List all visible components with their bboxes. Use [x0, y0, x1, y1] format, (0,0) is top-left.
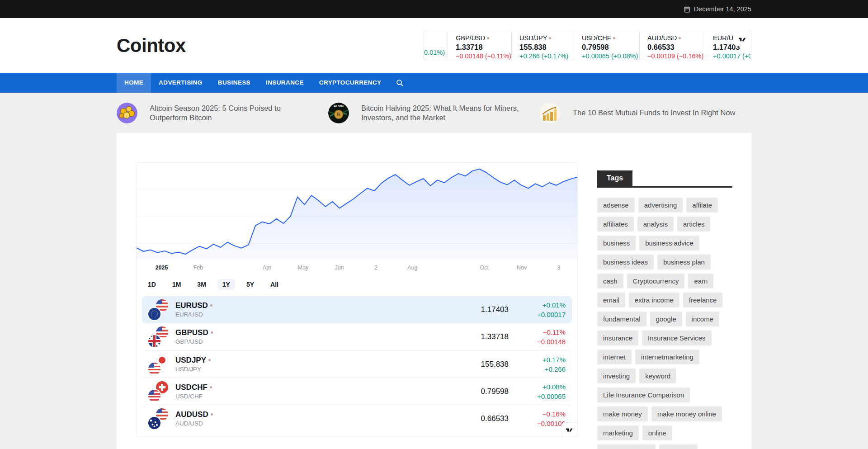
range-button-1d[interactable]: 1D [143, 279, 161, 290]
news-ticker-item[interactable]: Altcoin Season 2025: 5 Coins Poised to O… [117, 103, 328, 123]
main-nav: HOME ADVERTISING BUSINESS INSURANCE CRYP… [0, 73, 868, 93]
tag-pill[interactable]: Life Insurance Comparison [597, 388, 690, 402]
pair-change-pct: +0.01% [509, 300, 566, 310]
ticker-item-usdjpy[interactable]: USD/JPY 155.838 +0.266 (+0.17%) [512, 31, 574, 60]
pair-row-gbpusd[interactable]: GBPUSD GBP/USD 1.33718 −0.11%−0.00148 [142, 323, 572, 350]
pair-row-eurusd[interactable]: EURUSD EUR/USD 1.17403 +0.01%+0.00017 [142, 296, 572, 323]
pair-value: 0.79598 [441, 387, 509, 396]
market-status-dot [208, 359, 211, 361]
tag-pill[interactable]: extra income [629, 293, 679, 307]
pair-value: 1.33718 [441, 332, 509, 341]
tag-pill[interactable]: Cryptocurrency [627, 274, 685, 288]
x-axis-label: 3 [557, 265, 561, 271]
tag-pill[interactable]: earn [688, 274, 713, 288]
tag-pill[interactable]: online business [597, 444, 656, 449]
tag-pill[interactable]: make money [597, 406, 648, 421]
pair-subtitle: USD/JPY [175, 365, 441, 373]
site-logo[interactable]: Cointox [117, 35, 186, 57]
tag-pill[interactable]: google [650, 312, 682, 326]
range-button-1y[interactable]: 1Y [217, 279, 235, 290]
news-ticker-item[interactable]: The 10 Best Mutual Funds to Invest In Ri… [540, 103, 751, 123]
tag-pill[interactable]: keyword [639, 369, 676, 383]
tag-pill[interactable]: Insurance Services [642, 331, 712, 345]
pair-name: EURUSD [175, 301, 208, 310]
nav-item-insurance[interactable]: INSURANCE [258, 73, 311, 93]
pair-value: 1.17403 [441, 305, 509, 314]
ticker-value: 1.33718 [456, 43, 511, 52]
news-ticker-title[interactable]: The 10 Best Mutual Funds to Invest In Ri… [573, 108, 736, 118]
pair-name: AUDUSD [175, 410, 208, 419]
search-icon[interactable] [389, 73, 411, 93]
ticker-symbol: USD/CHF [582, 34, 611, 42]
ticker-item-gbpusd[interactable]: GBP/USD 1.33718 −0.00148 (−0.11%) [448, 31, 512, 60]
nav-item-cryptocurrency[interactable]: CRYPTOCURRENCY [311, 73, 389, 93]
sidebar: Tags adsenseadvertisingaffilateaffiliate… [597, 162, 732, 449]
news-ticker-item[interactable]: BALVIN Bitcoin Halving 2025: What It Mea… [328, 103, 540, 123]
tag-pill[interactable]: analysis [637, 217, 674, 232]
tradingview-logo[interactable] [561, 422, 578, 437]
pair-change-pct: −0.16% [509, 409, 566, 419]
range-button-5y[interactable]: 5Y [241, 279, 259, 290]
ticker-change: −0.00148 (−0.11%) [456, 52, 511, 60]
x-axis-label: Apr [263, 265, 271, 271]
tag-pill[interactable]: advertising [638, 198, 683, 213]
news-ticker-strip: Altcoin Season 2025: 5 Coins Poised to O… [0, 93, 868, 133]
pair-subtitle: EUR/USD [175, 311, 441, 319]
tags-widget-title: Tags [597, 170, 632, 186]
tag-pill[interactable]: affilate [686, 198, 718, 213]
pair-row-usdchf[interactable]: USDCHF USD/CHF 0.79598 +0.08%+0.00065 [142, 378, 572, 405]
nav-item-business[interactable]: BUSINESS [210, 73, 258, 93]
tag-pill[interactable]: business advice [639, 236, 699, 250]
pair-change-abs: −0.00148 [509, 337, 566, 346]
range-button-1m[interactable]: 1M [167, 279, 186, 290]
nav-item-home[interactable]: HOME [117, 73, 151, 93]
news-ticker-title[interactable]: Bitcoin Halving 2025: What It Means for … [361, 104, 529, 123]
x-axis-label: Feb [193, 265, 203, 271]
pair-change-pct: +0.08% [509, 382, 566, 392]
pair-row-audusd[interactable]: AUDUSD AUD/USD 0.66533 −0.16%−0.00109 [142, 405, 572, 432]
tag-pill[interactable]: part time [659, 444, 697, 449]
tag-pill[interactable]: make money online [651, 406, 722, 421]
price-chart[interactable] [137, 163, 577, 263]
news-ticker-title[interactable]: Altcoin Season 2025: 5 Coins Poised to O… [150, 104, 318, 123]
pair-name: USDCHF [175, 383, 208, 392]
pair-row-usdjpy[interactable]: USDJPY USD/JPY 155.838 +0.17%+0.266 [142, 350, 572, 378]
pair-change-abs: +0.266 [509, 364, 566, 374]
tradingview-logo[interactable] [734, 33, 751, 46]
main-card: 2025FebAprMayJun2AugOctNov3 1D 1M 3M 1Y … [117, 133, 751, 449]
gbp-usd-flags-icon [148, 326, 169, 347]
tag-pill[interactable]: articles [677, 217, 711, 232]
tag-pill[interactable]: internet [597, 350, 632, 364]
range-button-all[interactable]: All [265, 279, 283, 290]
ticker-partial-change: 0.01%) [424, 48, 445, 57]
pair-subtitle: GBP/USD [175, 338, 441, 346]
tag-pill[interactable]: adsense [597, 198, 635, 213]
ticker-item-usdchf[interactable]: USD/CHF 0.79598 +0.00065 (+0.08%) [574, 31, 640, 60]
tag-pill[interactable]: business plan [657, 255, 711, 269]
tag-pill[interactable]: affiliates [597, 217, 634, 232]
tag-pill[interactable]: email [597, 293, 625, 307]
pair-change-pct: +0.17% [509, 355, 566, 364]
x-axis-label: Jun [335, 265, 344, 271]
tag-pill[interactable]: insurance [597, 331, 638, 345]
ticker-symbol: AUD/USD [647, 34, 677, 42]
tag-pill[interactable]: investing [597, 369, 636, 383]
ticker-item-audusd[interactable]: AUD/USD 0.66533 −0.00109 (−0.16%) [640, 31, 705, 60]
range-button-3m[interactable]: 3M [192, 279, 211, 290]
nav-item-advertising[interactable]: ADVERTISING [151, 73, 210, 93]
market-status-dot [613, 37, 615, 39]
tag-pill[interactable]: online [642, 425, 672, 440]
tag-pill[interactable]: business [597, 236, 636, 250]
tag-pill[interactable]: cash [597, 274, 623, 288]
tag-pill[interactable]: marketing [597, 425, 639, 440]
tag-pill[interactable]: internetmarketing [635, 350, 699, 364]
tag-pill[interactable]: income [686, 312, 719, 326]
pair-value: 155.838 [441, 360, 509, 369]
tags-cloud: adsenseadvertisingaffilateaffiliatesanal… [597, 198, 732, 449]
market-status-dot [210, 304, 212, 307]
ticker-change: −0.00109 (−0.16%) [647, 52, 705, 60]
tag-pill[interactable]: freelance [683, 293, 723, 307]
tag-pill[interactable]: fundamental [597, 312, 646, 326]
ticker-change: +0.266 (+0.17%) [519, 52, 574, 60]
tag-pill[interactable]: business ideas [597, 255, 654, 269]
